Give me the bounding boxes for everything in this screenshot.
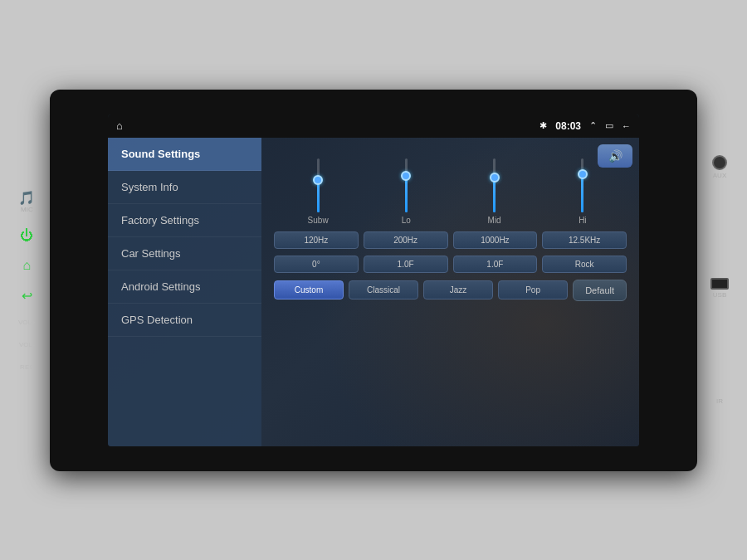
sidebar-item-gps-detection[interactable]: GPS Detection bbox=[108, 304, 261, 337]
slider-lo[interactable]: Lo bbox=[381, 158, 431, 225]
slider-mid-thumb[interactable] bbox=[490, 173, 500, 183]
usb-port: USB bbox=[710, 278, 729, 299]
side-buttons-left: 🎵 MIC ⏻ ⌂ ↩ VOL+ VOL- RES bbox=[18, 90, 36, 471]
status-left: ⌂ bbox=[116, 119, 123, 132]
eq-btn-1f-1[interactable]: 1.0F bbox=[364, 256, 448, 273]
vol-minus-label[interactable]: VOL- bbox=[19, 341, 35, 348]
status-bar: ⌂ ✱ 08:03 ⌃ ▭ ← bbox=[108, 114, 639, 138]
slider-lo-label: Lo bbox=[402, 216, 411, 225]
volume-icon-button[interactable]: 🔊 bbox=[598, 144, 632, 168]
preset-row: Custom Classical Jazz Pop Default bbox=[274, 280, 627, 301]
slider-mid-label: Mid bbox=[488, 216, 501, 225]
preset-classical[interactable]: Classical bbox=[349, 280, 418, 299]
status-time: 08:03 bbox=[555, 120, 581, 132]
mic-icon: 🎵 bbox=[18, 190, 35, 206]
slider-hi[interactable]: Hi bbox=[558, 158, 608, 225]
slider-mid[interactable]: Mid bbox=[470, 158, 520, 225]
slider-subw[interactable]: Subw bbox=[293, 158, 343, 225]
status-right: ✱ 08:03 ⌃ ▭ ← bbox=[540, 120, 631, 132]
sliders-row: Subw Lo Mid bbox=[274, 150, 627, 225]
slider-lo-fill bbox=[405, 179, 408, 212]
back-status-icon[interactable]: ← bbox=[622, 121, 631, 131]
sidebar-item-android-settings[interactable]: Android Settings bbox=[108, 270, 261, 304]
vol-plus-label[interactable]: VOL+ bbox=[18, 319, 36, 326]
freq-btn-120hz[interactable]: 120Hz bbox=[274, 231, 359, 249]
eq-btn-0deg[interactable]: 0° bbox=[274, 256, 359, 273]
back-icon-side[interactable]: ↩ bbox=[22, 288, 32, 304]
slider-hi-track bbox=[581, 158, 583, 212]
power-icon[interactable]: ⏻ bbox=[20, 228, 33, 243]
signal-icon: ⌃ bbox=[589, 120, 597, 131]
eq-btn-1f-2[interactable]: 1.0F bbox=[453, 256, 538, 273]
sidebar-item-car-settings[interactable]: Car Settings bbox=[108, 237, 261, 270]
home-status-icon[interactable]: ⌂ bbox=[116, 119, 123, 132]
side-right: AUX USB IR bbox=[710, 90, 729, 471]
freq-btn-200hz[interactable]: 200Hz bbox=[364, 231, 448, 249]
mic-label: 🎵 MIC bbox=[18, 190, 35, 213]
slider-lo-track bbox=[405, 158, 408, 212]
slider-mid-track bbox=[493, 158, 496, 212]
eq-btn-rock[interactable]: Rock bbox=[542, 256, 627, 273]
slider-subw-label: Subw bbox=[308, 216, 329, 225]
res-label: RES bbox=[20, 363, 33, 371]
main-content: Sound Settings System Info Factory Setti… bbox=[108, 138, 639, 446]
slider-hi-thumb[interactable] bbox=[578, 169, 588, 179]
slider-mid-fill bbox=[493, 181, 496, 212]
slider-subw-thumb[interactable] bbox=[313, 175, 323, 185]
slider-lo-thumb[interactable] bbox=[401, 171, 411, 181]
slider-subw-fill bbox=[317, 183, 320, 212]
sidebar-menu: Sound Settings System Info Factory Setti… bbox=[108, 138, 261, 446]
freq-btn-125khz[interactable]: 12.5KHz bbox=[542, 231, 627, 249]
preset-pop[interactable]: Pop bbox=[498, 280, 568, 299]
bluetooth-icon: ✱ bbox=[540, 120, 547, 131]
screen: ⌂ ✱ 08:03 ⌃ ▭ ← Sound Settings System In… bbox=[108, 114, 639, 446]
ir-label: IR bbox=[716, 397, 723, 405]
preset-jazz[interactable]: Jazz bbox=[423, 280, 493, 299]
eq-row: 0° 1.0F 1.0F Rock bbox=[274, 256, 627, 273]
sidebar-item-factory-settings[interactable]: Factory Settings bbox=[108, 204, 261, 237]
slider-hi-fill bbox=[581, 178, 583, 212]
home-icon[interactable]: ⌂ bbox=[23, 258, 32, 273]
preset-custom[interactable]: Custom bbox=[274, 280, 344, 299]
freq-btn-1000hz[interactable]: 1000Hz bbox=[453, 231, 538, 249]
sidebar-item-system-info[interactable]: System Info bbox=[108, 171, 261, 204]
slider-subw-track bbox=[317, 158, 320, 212]
sound-panel: 🔊 Subw bbox=[261, 138, 639, 446]
window-icon: ▭ bbox=[605, 120, 613, 131]
default-button[interactable]: Default bbox=[573, 280, 627, 301]
vol-icon: 🔊 bbox=[608, 149, 622, 163]
slider-hi-label: Hi bbox=[579, 216, 586, 225]
aux-label: AUX bbox=[712, 155, 727, 179]
car-radio-device: 🎵 MIC ⏻ ⌂ ↩ VOL+ VOL- RES ⌂ ✱ 08:03 ⌃ ▭ bbox=[50, 90, 697, 471]
freq-row: 120Hz 200Hz 1000Hz 12.5KHz bbox=[274, 231, 627, 249]
sidebar-item-sound-settings[interactable]: Sound Settings bbox=[108, 138, 261, 171]
